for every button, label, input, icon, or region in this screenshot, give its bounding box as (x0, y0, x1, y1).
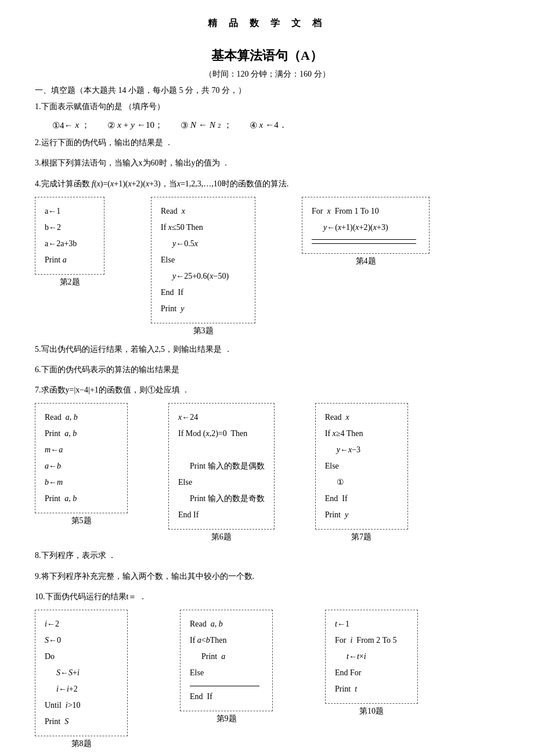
code-boxes-row3: i←2 S←0 Do S←S+i i←i+2 Until i>10 Print … (35, 610, 499, 749)
label-q9: 第9题 (217, 714, 237, 724)
code-box-4: For x From 1 To 10 y←(x+1)(x+2)(x+3) (302, 197, 430, 254)
label-q5: 第5题 (71, 516, 92, 526)
code-boxes-row1: a←1 b←2 a←2a+3b Print a 第2题 Read x If x≤… (35, 197, 499, 336)
question-6: 6.下面的伪代码表示的算法的输出结果是 (35, 362, 499, 377)
question-9: 9.将下列程序补充完整，输入两个数，输出其中较小的一个数. (35, 569, 499, 584)
code-box-9: Read a, b If a<bThen Print a Else End If (180, 610, 273, 711)
box-col-q7: Read x If x≥4 Then y←x−3 Else ① End If P… (315, 403, 408, 542)
box-col-q5: Read a, b Print a, b m←a a←b b←m Print a… (35, 403, 128, 526)
label-q10: 第10题 (359, 706, 384, 717)
label-q4: 第4题 (356, 256, 376, 267)
question-2: 2.运行下面的伪代码，输出的结果是 ． (35, 135, 499, 150)
box-col-q9: Read a, b If a<bThen Print a Else End If… (180, 610, 273, 724)
box-col-q2: a←1 b←2 a←2a+3b Print a 第2题 (35, 197, 104, 287)
page-title: 精 品 数 学 文 档 (35, 17, 499, 30)
box-col-q8: i←2 S←0 Do S←S+i i←i+2 Until i>10 Print … (35, 610, 128, 749)
box-col-q10: t←1 For i From 2 To 5 t←t×i End For Prin… (325, 610, 418, 717)
question-8: 8.下列程序，表示求 ． (35, 548, 499, 563)
code-box-10: t←1 For i From 2 To 5 t←t×i End For Prin… (325, 610, 418, 704)
question-4: 4.完成计算函数 f(x)=(x+1)(x+2)(x+3)，当x=1,2,3,…… (35, 177, 499, 191)
code-box-6: x←24 If Mod (x,2)=0 Then Print 输入的数是偶数 E… (168, 403, 275, 530)
label-q7: 第7题 (351, 532, 371, 542)
code-box-2: a←1 b←2 a←2a+3b Print a (35, 197, 104, 275)
box-col-q3: Read x If x≤50 Then y←0.5x Else y←25+0.6… (151, 197, 255, 336)
code-box-8: i←2 S←0 Do S←S+i i←i+2 Until i>10 Print … (35, 610, 128, 736)
question-3: 3.根据下列算法语句，当输入x为60时，输出y的值为 ． (35, 156, 499, 170)
label-q3: 第3题 (193, 326, 214, 336)
code-box-7: Read x If x≥4 Then y←x−3 Else ① End If P… (315, 403, 408, 530)
time-info: （时间：120 分钟；满分：160 分） (35, 69, 499, 80)
box-col-q4: For x From 1 To 10 y←(x+1)(x+2)(x+3) 第4题 (302, 197, 430, 267)
q1-math-items: ①4←x； ②x+y←10； ③N←N2； ④x←4． (52, 120, 499, 131)
question-5: 5.写出伪代码的运行结果，若输入2,5，则输出结果是 ． (35, 342, 499, 357)
question-1: 1.下面表示赋值语句的是 （填序号） (35, 99, 499, 114)
doc-title: 基本算法语句（A） (35, 47, 499, 64)
label-q8: 第8题 (71, 739, 92, 749)
section1-title: 一、填空题（本大题共 14 小题，每小题 5 分，共 70 分，） (35, 85, 499, 96)
code-box-3: Read x If x≤50 Then y←0.5x Else y←25+0.6… (151, 197, 255, 323)
label-q2: 第2题 (60, 277, 80, 287)
box-col-q6: x←24 If Mod (x,2)=0 Then Print 输入的数是偶数 E… (168, 403, 275, 542)
question-7: 7.求函数y=|x−4|+1的函数值，则①处应填 ． (35, 383, 499, 397)
code-boxes-row2: Read a, b Print a, b m←a a←b b←m Print a… (35, 403, 499, 542)
code-box-5: Read a, b Print a, b m←a a←b b←m Print a… (35, 403, 128, 513)
question-10: 10.下面伪代码运行的结果t＝ ． (35, 589, 499, 604)
label-q6: 第6题 (211, 532, 232, 542)
